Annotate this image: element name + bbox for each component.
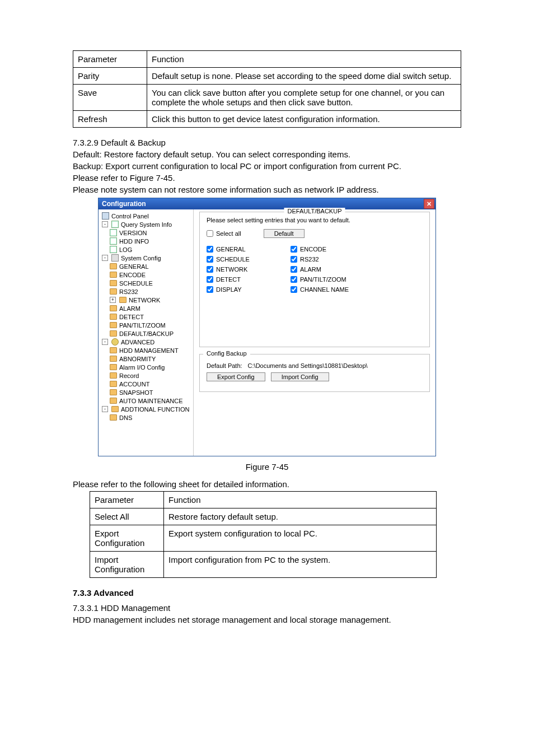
tree-item-general[interactable]: GENERAL xyxy=(100,262,192,270)
tree-item-auto-maint[interactable]: AUTO MAINTENANCE xyxy=(100,396,192,405)
heading-7-3-3-1: 7.3.3.1 HDD Management xyxy=(73,603,461,613)
tree-item-version[interactable]: VERSION xyxy=(100,228,192,237)
header-parameter: Parameter xyxy=(73,51,147,68)
table-row: Parameter Function xyxy=(90,492,437,508)
folder-icon xyxy=(110,356,117,362)
tree-item-account[interactable]: ACCOUNT xyxy=(100,380,192,388)
cell: Select All xyxy=(90,508,164,525)
check-encode[interactable]: ENCODE xyxy=(291,246,391,253)
cell: Import configuration from PC to the syst… xyxy=(164,552,437,578)
folder-icon xyxy=(110,272,117,278)
folder-icon xyxy=(110,322,117,328)
tree-item-addtional[interactable]: -ADDTIONAL FUNCTION xyxy=(100,405,192,413)
collapse-icon[interactable]: - xyxy=(102,339,108,345)
nav-tree: Control Panel -Query System Info VERSION… xyxy=(99,209,194,456)
check-detect[interactable]: DETECT xyxy=(207,276,291,283)
page-icon xyxy=(110,237,117,245)
tree-item-advanced[interactable]: -ADVANCED xyxy=(100,338,192,346)
table-row: Select All Restore factory default setup… xyxy=(90,508,437,525)
header-function: Function xyxy=(147,51,461,68)
folder-icon xyxy=(111,406,119,412)
tree-item-default-backup[interactable]: DEFAULT/BACKUP xyxy=(100,329,192,338)
folder-icon xyxy=(110,389,117,395)
paragraph: Default: Restore factory default setup. … xyxy=(73,150,461,159)
tree-item-hdd-info[interactable]: HDD INFO xyxy=(100,237,192,245)
close-button[interactable]: ✕ xyxy=(424,199,434,209)
tree-item-hdd-mgmt[interactable]: HDD MANAGEMENT xyxy=(100,346,192,354)
instruction-text: Please select setting entries that you w… xyxy=(207,217,423,223)
folder-icon xyxy=(110,364,117,370)
tree-item-log[interactable]: LOG xyxy=(100,245,192,254)
page-icon xyxy=(111,221,119,228)
table-row: Parameter Function xyxy=(73,51,461,68)
folder-icon xyxy=(110,414,117,421)
tree-item-ptz[interactable]: PAN/TILT/ZOOM xyxy=(100,321,192,329)
legend-config-backup: Config Backup xyxy=(203,350,250,357)
folder-icon xyxy=(110,347,117,353)
tree-item-snapshot[interactable]: SNAPSHOT xyxy=(100,388,192,396)
tree-item-control-panel[interactable]: Control Panel xyxy=(100,212,192,220)
heading-7-3-3: 7.3.3 Advanced xyxy=(73,588,461,598)
tree-item-schedule[interactable]: SCHEDULE xyxy=(100,279,192,287)
close-icon: ✕ xyxy=(427,200,432,208)
window-titlebar: Configuration ✕ xyxy=(99,198,435,209)
page-icon xyxy=(110,246,117,253)
cell: Export system configuration to local PC. xyxy=(164,525,437,552)
gear-icon xyxy=(111,338,119,346)
check-general[interactable]: GENERAL xyxy=(207,246,291,253)
check-schedule[interactable]: SCHEDULE xyxy=(207,256,291,263)
table-row: Refresh Click this button to get device … xyxy=(73,111,461,128)
expand-icon[interactable]: + xyxy=(110,297,116,303)
select-all-checkbox[interactable]: Select all xyxy=(207,230,241,237)
tree-item-abnormity[interactable]: ABNORMITY xyxy=(100,354,192,363)
folder-icon xyxy=(110,263,117,269)
paragraph: Backup: Export current configuration to … xyxy=(73,161,461,171)
check-rs232[interactable]: RS232 xyxy=(291,256,391,263)
tree-item-system-config[interactable]: -System Config xyxy=(100,254,192,262)
page-icon xyxy=(110,229,117,236)
tree-item-dns[interactable]: DNS xyxy=(100,413,192,422)
tree-item-encode[interactable]: ENCODE xyxy=(100,270,192,279)
folder-icon xyxy=(110,305,117,311)
tree-item-detect[interactable]: DETECT xyxy=(100,312,192,321)
check-display[interactable]: DISPLAY xyxy=(207,286,291,293)
default-button[interactable]: Default xyxy=(264,229,305,238)
cell: Import Configuration xyxy=(90,552,164,578)
cell: Save xyxy=(73,85,147,111)
cell: Restore factory default setup. xyxy=(164,508,437,525)
export-config-button[interactable]: Export Config xyxy=(207,372,265,381)
cell: Export Configuration xyxy=(90,525,164,552)
configuration-window: Configuration ✕ Control Panel -Query Sys… xyxy=(98,198,436,456)
parameter-table-2: Parameter Function Select All Restore fa… xyxy=(90,491,437,578)
tree-item-network[interactable]: +NETWORK xyxy=(100,296,192,304)
folder-icon xyxy=(110,280,117,286)
collapse-icon[interactable]: - xyxy=(102,406,108,412)
table-row: Export Configuration Export system confi… xyxy=(90,525,437,552)
tree-item-rs232[interactable]: RS232 xyxy=(100,287,192,296)
paragraph: HDD management includes net storage mana… xyxy=(73,615,461,624)
tree-item-query[interactable]: -Query System Info xyxy=(100,220,192,228)
window-title: Configuration xyxy=(102,200,146,208)
cell: Default setup is none. Please set accord… xyxy=(147,68,461,85)
check-ptz[interactable]: PAN/TILT/ZOOM xyxy=(291,276,391,283)
table-row: Import Configuration Import configuratio… xyxy=(90,552,437,578)
cell: You can click save button after you comp… xyxy=(147,85,461,111)
check-alarm[interactable]: ALARM xyxy=(291,266,391,273)
paragraph: Please refer to Figure 7-45. xyxy=(73,173,461,183)
tree-item-alarm[interactable]: ALARM xyxy=(100,304,192,312)
legend-default-backup: DEFAULT/BACKUP xyxy=(284,208,345,214)
table-row: Save You can click save button after you… xyxy=(73,85,461,111)
collapse-icon[interactable]: - xyxy=(102,255,108,261)
heading-7-3-2-9: 7.3.2.9 Default & Backup xyxy=(73,138,461,147)
collapse-icon[interactable]: - xyxy=(102,221,108,227)
default-path-value: C:\Documents and Settings\10881\Desktop\ xyxy=(248,362,368,369)
paragraph: Please refer to the following sheet for … xyxy=(73,479,461,489)
folder-icon xyxy=(110,381,117,387)
cell: Refresh xyxy=(73,111,147,128)
folder-icon xyxy=(110,372,117,379)
check-channel-name[interactable]: CHANNEL NAME xyxy=(291,286,391,293)
import-config-button[interactable]: Import Config xyxy=(271,372,329,381)
tree-item-alarm-io[interactable]: Alarm I/O Config xyxy=(100,363,192,371)
tree-item-record[interactable]: Record xyxy=(100,371,192,380)
check-network[interactable]: NETWORK xyxy=(207,266,291,273)
